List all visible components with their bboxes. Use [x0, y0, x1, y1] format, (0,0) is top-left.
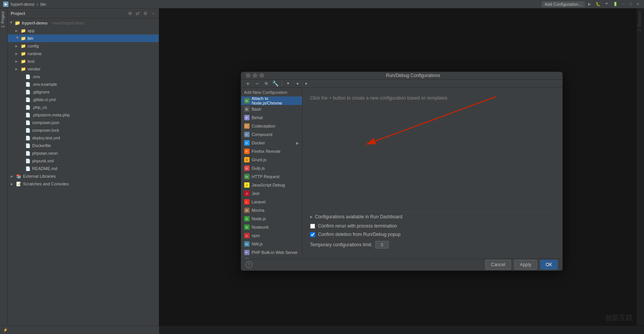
add-config-toolbar-button[interactable]: +	[244, 80, 252, 87]
phpstan-icon: 📄	[25, 151, 31, 156]
minimize-icon[interactable]: ─	[622, 2, 625, 6]
tree-item-gitignore[interactable]: 📄 .gitignore	[8, 88, 159, 96]
config-item-js-debug[interactable]: J JavaScript Debug	[241, 181, 302, 189]
config-item-behat[interactable]: B Behat	[241, 113, 302, 122]
tree-item-phpstan[interactable]: 📄 phpstan.neon	[8, 149, 159, 157]
php-builtin-label: PHP Built-in Web Server	[252, 250, 298, 255]
ok-button[interactable]: OK	[540, 260, 557, 270]
tree-item-php-cs[interactable]: 📄 .php_cs	[8, 103, 159, 111]
split-icon[interactable]: ⇄	[135, 11, 140, 16]
close-icon[interactable]: ✕	[636, 2, 639, 6]
sort-button[interactable]: ▾	[284, 80, 292, 87]
tree-item-bin[interactable]: ▶ 📁 bin	[8, 34, 159, 42]
tree-item-runtime[interactable]: ▶ 📁 runtime	[8, 50, 159, 57]
grunt-label: Grunt.js	[252, 157, 267, 162]
gitignore-icon: 📄	[25, 90, 31, 95]
apply-button[interactable]: Apply	[514, 260, 537, 270]
config-item-firefox[interactable]: F Firefox Remote	[241, 147, 302, 156]
compound-label: Compound	[252, 132, 273, 137]
tree-item-external-libraries[interactable]: ▶ 📚 External Libraries	[8, 172, 159, 180]
maximize-icon[interactable]: □	[629, 2, 632, 6]
tree-item-readme[interactable]: 📄 README.md	[8, 165, 159, 172]
config-list-header: Add New Configuration	[241, 88, 302, 97]
configs-available-header[interactable]: ▶ Configurations available in Run Dashbo…	[310, 211, 555, 222]
dialog-footer: ? Cancel Apply OK	[241, 259, 562, 270]
gear-icon[interactable]: ⚙	[143, 11, 148, 16]
max-traffic-light[interactable]	[260, 73, 264, 78]
help-button[interactable]: ?	[246, 261, 253, 268]
tree-item-test[interactable]: ▶ 📁 test	[8, 57, 159, 65]
bin-label: bin	[28, 36, 33, 41]
run-icon[interactable]: ▶	[588, 2, 591, 6]
tree-item-dockerfile[interactable]: 📄 Dockerfile	[8, 142, 159, 149]
phpstan-label: phpstan.neon	[32, 151, 58, 156]
tree-item-vendor[interactable]: ▶ 📁 vendor	[8, 65, 159, 73]
tree-item-phpunit-xml[interactable]: 📄 phpunit.xml	[8, 157, 159, 165]
config-item-docker[interactable]: D Docker ▶	[241, 139, 302, 147]
config-item-nodeunit[interactable]: N Nodeunit	[241, 223, 302, 231]
tree-item-deploy[interactable]: 📄 deploy.test.yml	[8, 134, 159, 142]
docker-arrow: ▶	[296, 141, 299, 145]
behat-label: Behat	[252, 115, 263, 120]
phpunit-xml-icon: 📄	[25, 159, 31, 164]
config-item-php-builtin[interactable]: P PHP Built-in Web Server	[241, 248, 302, 257]
vendor-label: vendor	[28, 67, 41, 71]
collapse-icon[interactable]: −	[150, 11, 156, 16]
bin-folder-icon: 📁	[21, 36, 26, 41]
tree-item-config[interactable]: ▶ 📁 config	[8, 42, 159, 50]
composer-lock-icon: 📄	[25, 128, 31, 133]
compound-icon: C	[244, 132, 250, 137]
cancel-button[interactable]: Cancel	[485, 260, 511, 270]
config-item-codeception[interactable]: C Codeception	[241, 122, 302, 130]
laravel-label: Laravel	[252, 200, 266, 204]
tree-item-composer-lock[interactable]: 📄 composer.lock	[8, 126, 159, 134]
move-down-button[interactable]: ▸	[303, 80, 310, 87]
docker-icon: D	[244, 140, 250, 146]
bash-icon: B	[244, 106, 250, 112]
config-item-mocha[interactable]: M Mocha	[241, 206, 302, 214]
project-vtab[interactable]: 1: Project	[0, 8, 7, 31]
config-item-compound[interactable]: C Compound	[241, 130, 302, 139]
tree-item-app[interactable]: ▶ 📁 app	[8, 27, 159, 34]
tree-item-root[interactable]: ▶ 📁 hyperf-demo ~/www/hyperf-demo	[8, 19, 159, 27]
config-item-grunt[interactable]: G Grunt.js	[241, 156, 302, 164]
debug-icon[interactable]: 🐛	[596, 2, 600, 6]
confirm-rerun-checkbox[interactable]	[310, 224, 315, 229]
temp-limit-input[interactable]	[375, 241, 389, 249]
expand-arrow: ▶	[310, 215, 313, 219]
tree-item-env-example[interactable]: 📄 .env.example	[8, 80, 159, 88]
config-item-laravel[interactable]: L Laravel	[241, 198, 302, 206]
tree-item-env[interactable]: 📄 .env	[8, 73, 159, 80]
copy-config-button[interactable]: ⧉	[263, 80, 270, 87]
composer-lock-label: composer.lock	[32, 128, 59, 133]
config-item-nodejs[interactable]: N Node.js	[241, 214, 302, 223]
add-configuration-button[interactable]: Add Configuration...	[542, 1, 585, 7]
ext-lib-arrow: ▶	[11, 175, 15, 178]
tree-item-phpstorm-meta[interactable]: 📄 .phpstorm.meta.php	[8, 111, 159, 119]
phpunit-xml-label: phpunit.xml	[32, 159, 54, 163]
confirm-deletion-label: Confirm deletion from Run/Debug popup	[318, 232, 401, 237]
wrench-button[interactable]: 🔧	[272, 80, 279, 87]
tree-item-gitlab-ci[interactable]: 📄 .gitlab-ci.yml	[8, 96, 159, 103]
config-item-jest[interactable]: J Jest	[241, 189, 302, 198]
config-item-gulp[interactable]: G Gulp.js	[241, 164, 302, 172]
title-bar-right: Add Configuration... ▶ 🐛 ☂ 🔋 ─ □ ✕	[542, 1, 641, 7]
move-up-button[interactable]: ◂	[294, 80, 301, 87]
http-request-label: HTTP Request	[252, 174, 280, 179]
nwjs-icon: N	[244, 241, 250, 247]
svg-line-1	[366, 97, 496, 144]
close-traffic-light[interactable]	[246, 73, 250, 78]
config-item-attach-nodejs[interactable]: N Attach to Node.js/Chrome	[241, 97, 302, 105]
config-item-nwjs[interactable]: N NW.js	[241, 240, 302, 248]
config-item-npm[interactable]: n npm	[241, 231, 302, 240]
tree-item-scratches[interactable]: ▶ 📝 Scratches and Consoles	[8, 180, 159, 188]
min-traffic-light[interactable]	[253, 73, 257, 78]
config-item-bash[interactable]: B Bash	[241, 105, 302, 113]
tree-item-composer-json[interactable]: 📄 composer.json	[8, 119, 159, 126]
config-item-http-request[interactable]: H HTTP Request	[241, 172, 302, 181]
remove-config-button[interactable]: −	[253, 80, 261, 87]
settings-icon[interactable]: ⚙	[127, 11, 133, 16]
gitignore-label: .gitignore	[32, 90, 49, 94]
confirm-deletion-checkbox[interactable]	[310, 232, 315, 237]
coverage-icon[interactable]: ☂	[605, 2, 608, 6]
